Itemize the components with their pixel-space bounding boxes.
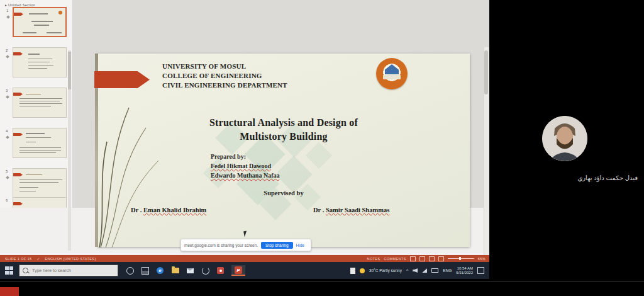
hide-button[interactable]: Hide	[296, 243, 304, 248]
animation-indicator-icon	[6, 15, 10, 19]
header-line: UNIVERSITY OF MOSUL	[162, 62, 287, 71]
weather-text[interactable]: 30°C Partly sunny	[369, 268, 402, 273]
notes-button[interactable]: NOTES	[367, 257, 380, 261]
comments-button[interactable]: COMMENTS	[384, 257, 406, 261]
slide-thumbnail-4[interactable]: 4	[13, 128, 67, 158]
search-icon	[23, 268, 28, 273]
section-triangle-icon: ▸	[5, 3, 7, 7]
task-view-icon[interactable]	[141, 266, 149, 275]
prepared-name-2: Edwardo Muthana Nafaa	[211, 172, 279, 179]
taskbar-search[interactable]	[19, 265, 118, 276]
thumbnail-scrollbar-thumb[interactable]	[68, 52, 71, 89]
system-tray: 30°C Partly sunny ^ ENG 10:54 AM 5/31/20…	[350, 266, 484, 275]
sync-icon[interactable]	[201, 266, 209, 275]
editor-scrollbar-thumb[interactable]	[484, 50, 488, 94]
slide-thumbnail-1[interactable]: 1	[13, 7, 67, 37]
participant-video-tile[interactable]	[542, 116, 587, 161]
battery-icon[interactable]	[431, 268, 438, 273]
slide-thumbnail-panel: ▸ Untitled Section 1 2 3	[0, 0, 73, 208]
slide-thumbnail-6[interactable]: 6	[13, 197, 67, 208]
slide-title-line2: Multistory Building	[97, 131, 470, 142]
slide-header: UNIVERSITY OF MOSUL COLLEGE OF ENGINEERI…	[162, 62, 287, 90]
prepared-name-1: Fedel Hikmat Dawood	[211, 162, 271, 169]
supervisor-right: Dr . Samir Saadi Shammas	[313, 207, 389, 213]
stop-sharing-button[interactable]: Stop sharing	[261, 242, 293, 249]
participant-name: فيدل حكمت داؤد بهاري	[553, 174, 638, 181]
zoom-slider-knob[interactable]	[459, 257, 461, 260]
network-icon[interactable]	[422, 268, 427, 273]
slideshow-view-icon[interactable]	[438, 256, 444, 261]
action-center-icon[interactable]	[477, 267, 484, 274]
meeting-shared-screen: ↩ ↪ ▸ (٣) تعريب نهائي - PowerPoint (Prod…	[0, 0, 644, 296]
slide-sorter-view-icon[interactable]	[419, 256, 425, 261]
share-message: meet.google.com is sharing your screen.	[184, 243, 258, 248]
zoom-level[interactable]: 65%	[478, 257, 486, 261]
screen-share-toast: meet.google.com is sharing your screen. …	[180, 239, 311, 251]
spellcheck-icon[interactable]: ✓	[37, 257, 40, 261]
university-logo	[376, 58, 408, 89]
tray-chevron-up-icon[interactable]: ^	[406, 268, 408, 273]
frame-divider-line	[0, 282, 644, 282]
supervisor-left: Dr . Eman Khalid Ibrahim	[131, 207, 206, 213]
windows-taskbar: e P 30°C Partly sunny ^ ENG 10:54 AM 5/3…	[0, 262, 489, 279]
powerpoint-taskbar-icon[interactable]: P	[231, 265, 245, 276]
file-explorer-icon[interactable]	[171, 266, 179, 275]
clock[interactable]: 10:54 AM 5/31/2022	[456, 266, 473, 275]
cortana-icon[interactable]	[126, 266, 134, 275]
search-input[interactable]	[31, 268, 109, 273]
volume-icon[interactable]	[413, 268, 418, 273]
slide-thumbnail-3[interactable]: 3	[13, 88, 67, 118]
edge-icon[interactable]: e	[156, 266, 164, 275]
header-line: COLLEGE OF ENGINEERING	[162, 71, 287, 81]
meet-app-icon[interactable]	[216, 266, 225, 275]
slide-thumbnail-2[interactable]: 2	[13, 47, 67, 77]
slide-title-line1: Structural Analysis and Design of	[97, 117, 470, 128]
supervised-by-label: Supervised by	[97, 190, 470, 196]
header-line: CIVIL ENGINEERING DEPARTMENT	[162, 81, 287, 90]
language-indicator[interactable]: ENGLISH (UNITED STATES)	[45, 257, 96, 261]
prepared-by-label: Prepared by:	[211, 153, 246, 160]
normal-view-icon[interactable]	[410, 256, 416, 261]
mail-icon[interactable]	[186, 266, 194, 275]
zoom-slider[interactable]	[448, 258, 474, 259]
start-button[interactable]	[5, 266, 14, 275]
logo-dome-icon	[385, 64, 399, 74]
document-tray-icon[interactable]	[350, 268, 355, 274]
slide-thumbnail-5[interactable]: 5	[13, 168, 67, 198]
language-indicator[interactable]: ENG	[443, 268, 452, 273]
weather-icon[interactable]	[360, 268, 365, 273]
powerpoint-status-bar: SLIDE 1 OF 15 ✓ ENGLISH (UNITED STATES) …	[0, 255, 489, 262]
participant-avatar	[542, 116, 587, 161]
slide-indicator: SLIDE 1 OF 15	[5, 257, 32, 261]
recording-indicator-bar	[0, 287, 19, 296]
reading-view-icon[interactable]	[429, 256, 435, 261]
logo-base-icon	[383, 75, 401, 79]
